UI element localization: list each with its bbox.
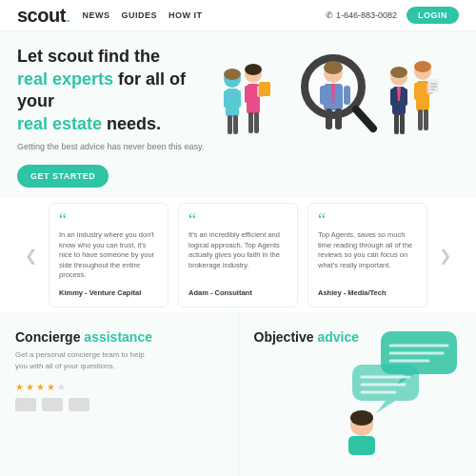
phone-number: ✆ 1-646-883-0082 [326, 10, 397, 20]
testimonials-section: ❮ “ In an industry where you don't know … [0, 198, 476, 312]
svg-point-14 [245, 64, 262, 75]
svg-rect-29 [403, 89, 407, 106]
bottom-section: Concierge assistance Get a personal conc… [0, 312, 476, 476]
svg-point-32 [390, 67, 407, 78]
svg-rect-40 [428, 79, 439, 92]
concierge-title: Concierge assistance [15, 329, 223, 345]
svg-rect-3 [236, 90, 241, 108]
brand-logo-1 [15, 398, 36, 411]
svg-rect-39 [424, 109, 428, 130]
star-3: ★ [36, 382, 45, 392]
testimonial-card-2: “ Top Agents, saves so much time reading… [307, 203, 427, 307]
quote-mark-0: “ [59, 213, 158, 227]
login-button[interactable]: LOGIN [407, 7, 459, 24]
bottom-left-panel: Concierge assistance Get a personal conc… [0, 312, 239, 476]
testimonial-text-1: It's an incredibly efficient and logical… [188, 230, 288, 281]
logo: scout. [17, 5, 70, 27]
svg-line-17 [356, 109, 373, 129]
svg-rect-38 [418, 109, 423, 130]
testimonial-author-0: Kimmy - Venture Capital [59, 288, 158, 297]
testimonial-card-1: “ It's an incredibly efficient and logic… [178, 203, 298, 307]
bottom-right-panel: Objective advice [239, 312, 477, 476]
star-rating: ★ ★ ★ ★ ★ [15, 382, 223, 392]
svg-rect-2 [224, 90, 228, 108]
star-2: ★ [26, 382, 34, 392]
get-started-button[interactable]: GET STARTED [17, 165, 109, 188]
svg-rect-11 [248, 112, 253, 133]
header-right: ✆ 1-646-883-0082 LOGIN [326, 7, 459, 24]
concierge-accent: assistance [84, 329, 152, 345]
prev-arrow-button[interactable]: ❮ [21, 247, 41, 265]
hero-title: Let scout find the real experts for all … [17, 46, 208, 135]
next-arrow-button[interactable]: ❯ [435, 247, 455, 265]
svg-point-57 [350, 410, 373, 426]
concierge-illustration [333, 322, 476, 455]
hero-subtitle: Getting the best advice has never been t… [17, 141, 208, 153]
logo-dot: . [66, 5, 71, 26]
nav-guides[interactable]: GUIDES [121, 10, 157, 20]
testimonial-card-0: “ In an industry where you don't know wh… [49, 203, 169, 307]
brand-logos [15, 398, 223, 411]
svg-rect-30 [394, 113, 399, 134]
svg-rect-22 [326, 109, 332, 129]
svg-rect-47 [352, 365, 419, 401]
testimonial-text-0: In an industry where you don't know who … [59, 230, 158, 281]
quote-mark-1: “ [188, 213, 288, 227]
concierge-desc: Get a personal concierge team to help yo… [15, 349, 158, 372]
logo-area: scout. NEWS GUIDES HOW IT [17, 5, 202, 27]
testimonial-author-1: Adam - Consultant [188, 288, 288, 297]
hero-illustration [211, 41, 459, 193]
svg-rect-31 [400, 113, 405, 134]
star-5: ★ [57, 382, 66, 392]
svg-rect-9 [245, 86, 249, 103]
testimonial-text-2: Top Agents, saves so much time reading t… [318, 230, 417, 281]
logo-text: scout [17, 5, 66, 26]
brand-logo-2 [42, 398, 63, 411]
hero-text: Let scout find the real experts for all … [17, 46, 208, 187]
testimonial-cards: “ In an industry where you don't know wh… [49, 203, 427, 307]
quote-mark-2: “ [318, 213, 417, 227]
svg-rect-20 [320, 86, 327, 105]
svg-rect-12 [254, 112, 259, 133]
testimonial-author-2: Ashley - Media/Tech [318, 288, 417, 297]
svg-point-44 [414, 61, 431, 72]
svg-point-24 [324, 61, 343, 74]
svg-rect-13 [259, 82, 270, 96]
svg-rect-21 [344, 86, 350, 105]
svg-point-6 [224, 69, 241, 80]
svg-rect-36 [414, 83, 419, 100]
svg-rect-23 [335, 109, 342, 129]
main-nav: NEWS GUIDES HOW IT [82, 10, 202, 20]
svg-rect-4 [228, 115, 232, 134]
svg-rect-56 [348, 436, 375, 455]
header: scout. NEWS GUIDES HOW IT ✆ 1-646-883-00… [0, 0, 476, 31]
star-4: ★ [47, 382, 55, 392]
star-1: ★ [15, 382, 24, 392]
svg-rect-28 [390, 89, 395, 106]
hero-svg [211, 41, 459, 193]
svg-rect-5 [233, 115, 238, 134]
svg-marker-48 [376, 401, 395, 413]
hero-section: Let scout find the real experts for all … [0, 31, 476, 198]
brand-logo-3 [69, 398, 89, 411]
nav-news[interactable]: NEWS [82, 10, 109, 20]
nav-howit[interactable]: HOW IT [169, 10, 203, 20]
